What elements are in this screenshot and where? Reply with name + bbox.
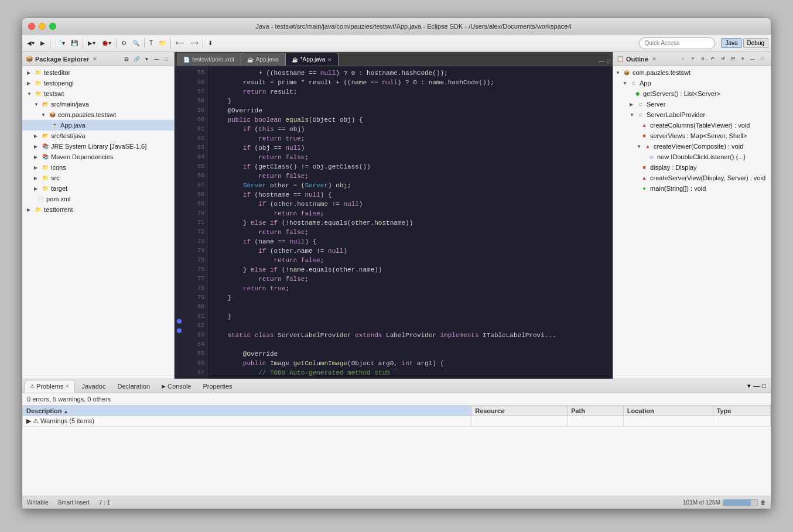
open-type-btn[interactable]: T (147, 37, 155, 50)
collapse-all-icon[interactable]: ⊟ (122, 55, 131, 63)
outline-hide-fields-icon[interactable]: F (688, 54, 698, 64)
tree-item-package[interactable]: ▼ 📦 com.pauzies.testswt (22, 109, 174, 120)
tab-declaration[interactable]: Declaration (112, 380, 155, 393)
java-perspective-btn[interactable]: Java (721, 38, 741, 48)
next-annotation-btn[interactable]: ⬇ (206, 37, 215, 50)
code-text[interactable]: + ((hostname == null) ? 0 : hostname.has… (207, 66, 613, 379)
save-btn[interactable]: 💾 (69, 37, 80, 50)
tab-properties[interactable]: Properties (197, 380, 237, 393)
package-tree: ▶ 📁 testeditor ▶ 📁 testopengl ▼ 📁 testsw… (22, 66, 174, 379)
outline-item-createcolumns[interactable]: ▲ createColumns(TableViewer) : void (613, 120, 771, 131)
tree-item-icons[interactable]: ▶ 📁 icons (22, 162, 174, 173)
next-edit-btn[interactable]: ⟶ (187, 37, 200, 50)
col-path[interactable]: Path (568, 406, 624, 416)
tab-javadoc[interactable]: Javadoc (76, 380, 111, 393)
outline-sort-icon[interactable]: ↕ (678, 54, 688, 64)
tab-problems[interactable]: ⚠ Problems ✕ (25, 380, 75, 393)
warning-resource (471, 416, 568, 427)
outline-item-serverviews[interactable]: ■ serverViews : Map<Server, Shell> (613, 131, 771, 141)
maximize-editor-icon[interactable]: □ (607, 58, 610, 64)
code-editor[interactable]: 55 56 57 58 59 60 61 62 63 64 65 66 67 6… (175, 66, 613, 379)
prev-edit-btn[interactable]: ⟵ (173, 37, 186, 50)
bottom-panel-menu-icon[interactable]: ▾ (747, 382, 751, 390)
outline-tree: ▼ 📦 com.pauzies.testswt ▼ C App ◆ getSer… (613, 66, 771, 379)
col-location[interactable]: Location (623, 406, 713, 416)
link-with-editor-icon[interactable]: 🔗 (132, 55, 141, 63)
package-explorer-panel: 📦 Package Explorer ✕ ⊟ 🔗 ▾ — □ ▶ 📁 teste (22, 52, 175, 379)
sep1 (50, 38, 50, 49)
outline-item-serverlabelprovider[interactable]: ▼ C ServerLabelProvider (613, 109, 771, 120)
sep2 (83, 38, 83, 49)
outline-item-app[interactable]: ▼ C App (613, 78, 771, 88)
outline-maximize-icon[interactable]: □ (758, 54, 767, 64)
warning-type (713, 416, 770, 427)
bottom-panel: ⚠ Problems ✕ Javadoc Declaration ▶ Conso… (22, 379, 771, 496)
tab-declaration-label: Declaration (117, 383, 150, 390)
tab-properties-label: Properties (203, 383, 232, 390)
refactor-btn[interactable]: ⚙ (119, 37, 129, 50)
bottom-panel-maximize-icon[interactable]: □ (762, 382, 766, 390)
gc-icon[interactable]: 🗑 (760, 499, 766, 506)
forward-btn[interactable]: ▶ (38, 37, 47, 50)
new-btn[interactable]: 📄▾ (53, 37, 67, 50)
close-button[interactable] (28, 23, 35, 30)
outline-collapse-icon[interactable]: ⊟ (728, 54, 737, 64)
col-description[interactable]: Description ▲ (23, 406, 471, 416)
sep5 (170, 38, 171, 49)
view-menu-icon[interactable]: ▾ (142, 55, 151, 63)
quick-access-input[interactable] (639, 37, 715, 49)
outline-item-listener[interactable]: ◎ new IDoubleClickListener() {...} (613, 152, 771, 162)
tab-close-icon[interactable]: ✕ (327, 57, 332, 63)
tree-item-target[interactable]: ▶ 📁 target (22, 183, 174, 194)
tree-item-app-java[interactable]: ☕ App.java (22, 120, 174, 131)
tree-item-pomxml[interactable]: 📄 pom.xml (22, 194, 174, 204)
back-btn[interactable]: ◀▾ (25, 37, 37, 50)
outline-item-main[interactable]: ● main(String[]) : void (613, 183, 771, 194)
table-row-warnings[interactable]: ▶ ⚠ Warnings (5 items) (23, 416, 771, 427)
minimize-button[interactable] (39, 23, 46, 30)
run-btn[interactable]: ▶▾ (86, 37, 98, 50)
outline-view-menu-icon[interactable]: ▾ (738, 54, 747, 64)
tab-problems-close[interactable]: ✕ (65, 383, 70, 389)
outline-item-package[interactable]: ▼ 📦 com.pauzies.testswt (613, 67, 771, 78)
search-btn[interactable]: 🔍 (130, 37, 142, 50)
tree-item-maven-deps[interactable]: ▶ 📚 Maven Dependencies (22, 152, 174, 162)
minimize-editor-icon[interactable]: — (599, 58, 604, 64)
tree-item-testeditor[interactable]: ▶ 📁 testeditor (22, 67, 174, 78)
outline-hide-nonpublic-icon[interactable]: P (708, 54, 717, 64)
tree-item-src-test-java[interactable]: ▶ 📂 src/test/java (22, 131, 174, 141)
outline-item-createviewer[interactable]: ▼ ▲ createViewer(Composite) : void (613, 141, 771, 152)
col-type[interactable]: Type (713, 406, 770, 416)
gutter-marker-blue (177, 319, 182, 324)
open-resource-btn[interactable]: 📁 (156, 37, 168, 50)
tree-item-testopengl[interactable]: ▶ 📁 testopengl (22, 78, 174, 88)
gutter-marker-blue2 (177, 328, 182, 333)
tree-item-testswt[interactable]: ▼ 📁 testswt (22, 88, 174, 99)
tree-label: App.java (60, 122, 86, 129)
tree-item-src-main-java[interactable]: ▼ 📂 src/main/java (22, 99, 174, 109)
outline-item-server[interactable]: ▶ C Server (613, 99, 771, 109)
debug-perspective-btn[interactable]: Debug (743, 38, 768, 48)
outline-sync-icon[interactable]: ↺ (718, 54, 727, 64)
tree-item-src[interactable]: ▶ 📁 src (22, 173, 174, 183)
maximize-button[interactable] (49, 23, 56, 30)
sep6 (203, 38, 203, 49)
outline-item-createserverview[interactable]: ▲ createServerView(Display, Server) : vo… (613, 173, 771, 183)
outline-minimize-icon[interactable]: — (748, 54, 757, 64)
outline-label: App (640, 80, 651, 87)
tab-pom-xml[interactable]: 📄 testswt/pom.xml (177, 53, 241, 66)
tab-app-java-active[interactable]: ☕ *App.java ✕ (285, 53, 339, 66)
tab-app-java-1[interactable]: ☕ App.java (241, 53, 285, 66)
outline-item-getservers[interactable]: ◆ getServers() : List<Server> (613, 88, 771, 99)
tab-console[interactable]: ▶ Console (156, 380, 196, 393)
maximize-icon[interactable]: □ (162, 55, 170, 63)
outline-hide-static-icon[interactable]: S (698, 54, 707, 64)
bottom-panel-minimize-icon[interactable]: — (753, 382, 760, 390)
tree-label: testeditor (44, 69, 70, 76)
minimize-icon[interactable]: — (152, 55, 160, 63)
debug-btn[interactable]: 🐞▾ (99, 37, 114, 50)
outline-item-display[interactable]: ■ display : Display (613, 162, 771, 173)
col-resource[interactable]: Resource (471, 406, 568, 416)
tree-item-jre[interactable]: ▶ 📚 JRE System Library [JavaSE-1.6] (22, 141, 174, 152)
tree-item-testtorrent[interactable]: ▶ 📁 testtorrent (22, 204, 174, 215)
